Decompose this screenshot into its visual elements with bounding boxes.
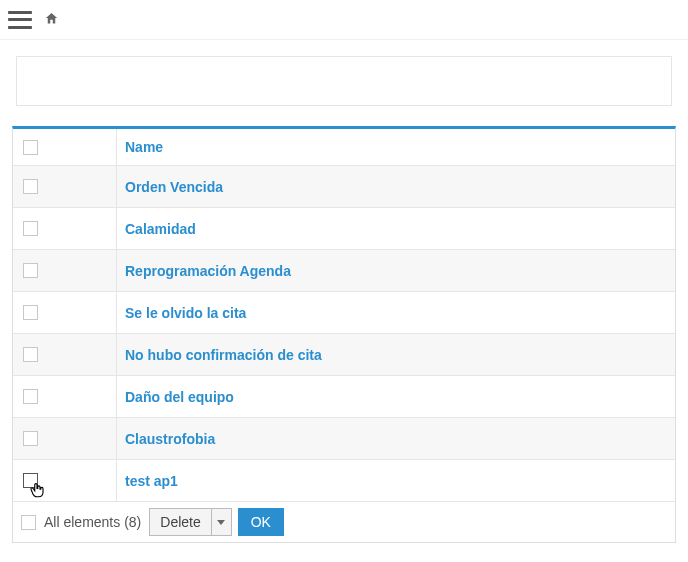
home-icon[interactable] (44, 11, 59, 29)
table-header-row: Name (13, 129, 675, 165)
row-checkbox[interactable] (23, 473, 38, 488)
table-row: Orden Vencida (13, 165, 675, 207)
row-checkbox[interactable] (23, 431, 38, 446)
data-table: Name Orden Vencida Calamidad Reprogramac… (12, 126, 676, 543)
row-checkbox[interactable] (23, 305, 38, 320)
table-row: Se le olvido la cita (13, 291, 675, 333)
row-name-link[interactable]: Claustrofobia (125, 431, 215, 447)
ok-button[interactable]: OK (238, 508, 284, 536)
table-row: No hubo confirmación de cita (13, 333, 675, 375)
top-bar (0, 0, 688, 40)
delete-button[interactable]: Delete (149, 508, 211, 536)
row-checkbox[interactable] (23, 347, 38, 362)
table-row: Claustrofobia (13, 417, 675, 459)
table-row: test ap1 (13, 459, 675, 501)
row-checkbox[interactable] (23, 179, 38, 194)
row-name-link[interactable]: Se le olvido la cita (125, 305, 246, 321)
menu-icon[interactable] (8, 11, 32, 29)
row-checkbox[interactable] (23, 263, 38, 278)
delete-dropdown-toggle[interactable] (212, 508, 232, 536)
table-row: Reprogramación Agenda (13, 249, 675, 291)
delete-split-button: Delete (149, 508, 231, 536)
row-name-link[interactable]: test ap1 (125, 473, 178, 489)
table-row: Daño del equipo (13, 375, 675, 417)
row-name-link[interactable]: Calamidad (125, 221, 196, 237)
all-elements-label: All elements (8) (44, 514, 141, 530)
row-name-link[interactable]: No hubo confirmación de cita (125, 347, 322, 363)
footer-select-all-checkbox[interactable] (21, 515, 36, 530)
table-row: Calamidad (13, 207, 675, 249)
column-header-name[interactable]: Name (117, 129, 675, 165)
filter-panel (16, 56, 672, 106)
row-name-link[interactable]: Orden Vencida (125, 179, 223, 195)
select-all-checkbox[interactable] (23, 140, 38, 155)
table-footer: All elements (8) Delete OK (13, 501, 675, 542)
row-name-link[interactable]: Reprogramación Agenda (125, 263, 291, 279)
chevron-down-icon (217, 520, 225, 525)
row-name-link[interactable]: Daño del equipo (125, 389, 234, 405)
row-checkbox[interactable] (23, 389, 38, 404)
row-checkbox[interactable] (23, 221, 38, 236)
